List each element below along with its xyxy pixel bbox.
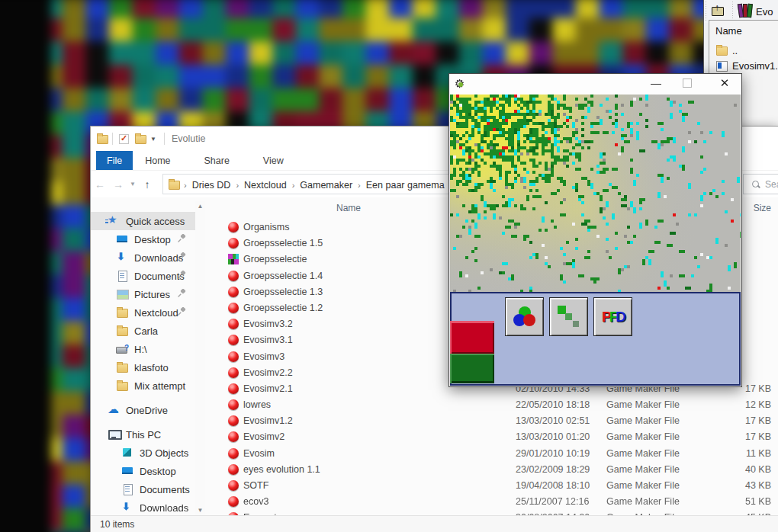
rgb-circles-icon: [513, 306, 536, 328]
file-row[interactable]: lowres 22/05/2010 18:18 Game Maker File …: [205, 397, 778, 413]
up-icon[interactable]: ↑: [138, 178, 156, 191]
sidebar-item[interactable]: 3D Objects: [91, 444, 195, 462]
file-icon: [715, 59, 728, 72]
green-color-block[interactable]: [450, 354, 494, 383]
window-title: Evolutie: [172, 133, 205, 144]
file-icon: [227, 399, 240, 411]
breadcrumb-item[interactable]: Een paar gamema: [365, 180, 446, 191]
file-icon: [227, 351, 240, 363]
scroll-down-icon[interactable]: ▼: [195, 507, 205, 514]
sidebar-item-icon: [116, 343, 128, 355]
file-row[interactable]: Evosimv1.2 13/03/2010 02:51 Game Maker F…: [205, 413, 778, 429]
pin-icon: [177, 289, 186, 298]
sidebar-item[interactable]: This PC: [91, 425, 195, 444]
sidebar-item[interactable]: Pictures: [91, 285, 195, 303]
file-icon: [227, 270, 240, 282]
breadcrumb-item[interactable]: Dries DD: [191, 180, 233, 191]
sidebar-item[interactable]: OneDrive: [91, 401, 195, 419]
ribbon-tab[interactable]: Home: [134, 151, 181, 170]
file-size: 17 KB: [701, 431, 771, 442]
pfd-letters-icon: PFD: [602, 309, 624, 325]
sidebar-item[interactable]: Quick access: [91, 212, 195, 230]
sidebar-item-icon: [116, 270, 128, 282]
breadcrumb-item[interactable]: Nextcloud: [243, 180, 288, 191]
sidebar-item[interactable]: klasfoto: [91, 358, 195, 377]
divider: [112, 133, 113, 145]
rgb-circles-button[interactable]: [505, 297, 544, 336]
pin-icon: [177, 252, 186, 261]
sidebar-item[interactable]: Nextcloud: [91, 303, 195, 322]
scroll-up-icon[interactable]: ▲: [195, 203, 205, 210]
ribbon-tab[interactable]: View: [252, 151, 294, 170]
winrar-file-row[interactable]: ..: [715, 43, 778, 58]
sidebar-item[interactable]: Mix attempt: [91, 377, 195, 395]
qat-customize-chevron-icon[interactable]: ▼: [150, 136, 156, 143]
file-name: Groepsselectie: [243, 254, 307, 264]
navigation-pane: Quick access Desktop D: [91, 198, 205, 515]
ribbon-tab[interactable]: Share: [194, 151, 240, 170]
file-name: Evosimv1.2: [243, 415, 293, 426]
sidebar-item-label: This PC: [126, 429, 161, 441]
sidebar-scrollbar[interactable]: ▲ ▼: [195, 201, 205, 515]
file-row[interactable]: ecov3 25/11/2007 12:16 Game Maker File 5…: [205, 494, 778, 510]
ribbon-tab[interactable]: File: [96, 151, 133, 170]
up-one-level-button[interactable]: [709, 2, 727, 21]
sidebar-item[interactable]: Desktop: [91, 462, 195, 480]
file-name: Groepsselectie 1.4: [243, 271, 323, 281]
rar-archive-icon: [738, 4, 753, 19]
file-row[interactable]: Evosim 29/01/2010 10:19 Game Maker File …: [205, 446, 778, 462]
file-icon: [227, 237, 240, 249]
sidebar-item-label: Quick access: [126, 216, 185, 227]
sidebar-item[interactable]: Downloads: [91, 248, 195, 267]
properties-check-icon[interactable]: [119, 134, 129, 144]
sidebar-item-label: Downloads: [134, 252, 183, 264]
file-name: Evosimv1.2.ex: [732, 60, 778, 72]
file-name: Groepsselectie 1.2: [243, 303, 323, 313]
simulation-canvas[interactable]: [450, 95, 741, 292]
sidebar-item[interactable]: Downloads: [91, 498, 195, 517]
new-folder-icon[interactable]: [134, 133, 146, 145]
simulation-window: ⚙ — ✕ PFD: [448, 73, 742, 387]
file-row[interactable]: eyes evolution 1.1 23/02/2009 18:29 Game…: [205, 462, 778, 478]
file-icon: [227, 318, 240, 330]
minimize-button[interactable]: —: [649, 77, 663, 89]
file-row[interactable]: SOTF 19/04/2008 18:10 Game Maker File 43…: [205, 478, 778, 494]
sidebar-item-label: Desktop: [140, 466, 176, 477]
file-name: Organisms: [243, 222, 289, 232]
file-name: Evosim: [243, 448, 275, 459]
sidebar-item[interactable]: H:\: [91, 340, 195, 358]
maximize-button[interactable]: [683, 79, 692, 88]
sidebar-item[interactable]: Documents: [91, 480, 195, 498]
column-header-name[interactable]: Name: [336, 203, 361, 213]
red-color-block[interactable]: [450, 321, 494, 354]
forward-icon[interactable]: →: [109, 178, 127, 191]
sidebar-item[interactable]: Carla: [91, 322, 195, 340]
sidebar-item-label: Mix attempt: [134, 380, 185, 392]
file-date: 23/02/2009 18:29: [516, 464, 590, 475]
trail-button[interactable]: [549, 297, 588, 336]
close-button[interactable]: ✕: [718, 76, 731, 90]
sidebar-item-icon: [116, 361, 128, 373]
search-icon: [751, 180, 760, 189]
sidebar-item[interactable]: Desktop: [91, 230, 195, 248]
recent-locations-chevron-icon[interactable]: ▼: [127, 181, 138, 187]
sidebar-item-icon: [108, 215, 120, 227]
folder-up-icon: [712, 7, 724, 16]
file-icon: [227, 415, 240, 427]
breadcrumb-item[interactable]: Gamemaker: [298, 180, 354, 191]
sidebar-item[interactable]: Documents: [91, 267, 195, 285]
file-row[interactable]: Evosimv2 13/03/2010 01:20 Game Maker Fil…: [205, 429, 778, 445]
column-header-name[interactable]: Name: [715, 25, 778, 37]
file-row[interactable]: Ecosystem 30/08/2007 14:30 Game Maker Fi…: [205, 510, 778, 515]
search-input[interactable]: Search: [743, 174, 778, 194]
archive-name: Evo: [756, 6, 773, 18]
file-icon: [227, 463, 240, 476]
file-type: Game Maker File: [606, 480, 680, 491]
simulation-titlebar[interactable]: ⚙ — ✕: [449, 74, 741, 95]
sidebar-item-label: 3D Objects: [140, 447, 188, 459]
file-name: Evosimv3.1: [243, 335, 293, 345]
winrar-file-row[interactable]: Evosimv1.2.ex: [715, 58, 778, 73]
pfd-button[interactable]: PFD: [593, 297, 632, 336]
file-type: Game Maker File: [606, 496, 680, 507]
back-icon[interactable]: ←: [91, 178, 109, 191]
